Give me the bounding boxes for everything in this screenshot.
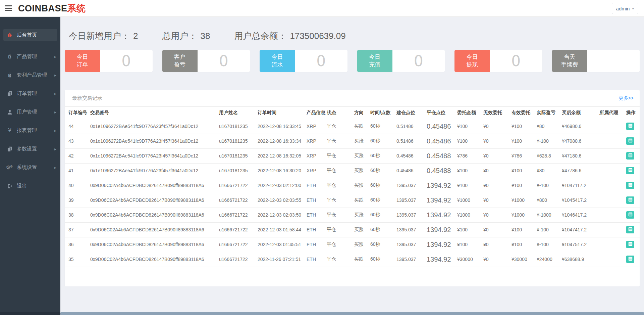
svg-text:B: B [8,73,11,78]
open-price-cell: 0.45486 [396,163,427,178]
column-header: 方向 [354,107,370,119]
more-link[interactable]: 更多>> [619,95,634,101]
sidebar-item-user[interactable]: 用户管理▸ [0,103,60,121]
table-row: 390x9D06C02A4b6ACFDBCD826147B090ff898831… [65,193,640,208]
order-id-cell: 42 [65,148,90,163]
table-row: 360x9D06C02A4b6ACFDBCD826147B090ff898831… [65,237,640,252]
table-icon [628,257,633,262]
period-cell: 60秒 [370,178,396,193]
table-icon [628,138,633,144]
view-order-button[interactable] [626,123,634,130]
operation-cell [626,237,640,252]
table-icon [628,212,633,218]
invalid-amount-cell: ¥0 [483,134,512,148]
balance-cell: ¥1046417.2 [562,208,599,222]
sidebar-item-system[interactable]: ⚙⚙系统设置▸ [0,158,60,177]
open-price-cell: 1395.037 [396,208,427,222]
column-header: 有效委托 [512,107,537,119]
order-time-cell: 2022-12-03 01:58:44 [258,222,307,237]
kpi-card-value: 0 [295,50,347,72]
sidebar-item-label: 参数设置 [17,146,54,152]
sidebar-item-arbitrage[interactable]: B套利产品管理▸ [0,66,60,84]
kpi-card-label: 今日流水 [260,50,295,72]
column-header: 时间/点数 [370,107,396,119]
sidebar-item-home[interactable]: 后台首页 [3,29,57,41]
sidebar-item-order[interactable]: 订单管理▸ [0,84,60,103]
kpi-card-5: 今日提现0 [454,50,542,72]
files-icon [7,91,13,97]
user-menu-dropdown[interactable]: admin ▾ [612,3,638,14]
account-cell: 0x9D06C02A4b6ACFDBCD826147B090ff89883118… [90,252,219,267]
view-order-button[interactable] [626,152,634,160]
product-cell: ETH [307,222,327,237]
view-order-button[interactable] [626,196,634,204]
valid-amount-cell: ¥100 [512,237,537,252]
sidebar-item-product[interactable]: B产品管理▸ [0,47,60,66]
user-menu-label: admin [616,6,630,11]
chevron-right-icon: ▸ [54,147,56,151]
view-order-button[interactable] [626,226,634,233]
close-price-cell: 1394.92 [427,237,457,252]
period-cell: 60秒 [370,252,396,267]
order-id-cell: 36 [65,237,90,252]
invalid-amount-cell: ¥0 [483,208,512,222]
view-order-button[interactable] [626,241,634,248]
direction-cell: 买涨 [354,134,370,148]
period-cell: 60秒 [370,193,396,208]
balance-cell: ¥1047117.2 [562,178,599,193]
period-cell: 60秒 [370,119,396,134]
close-price-cell: 1394.92 [427,222,457,237]
username-cell: u1666721722 [219,222,258,237]
sidebar-item-label: 订单管理 [17,90,54,97]
sidebar-item-report[interactable]: ¥报表管理▸ [0,121,60,140]
view-order-button[interactable] [626,137,634,145]
order-time-cell: 2022-12-08 16:33:45 [258,119,307,134]
sidebar-item-label: 用户管理 [17,109,54,115]
product-cell: ETH [307,178,327,193]
period-cell: 60秒 [370,148,396,163]
column-header: 买后余额 [562,107,599,119]
profit-cell: ¥-100 [537,222,562,237]
chevron-down-icon: ▾ [632,6,634,11]
valid-amount-cell: ¥100 [512,222,537,237]
operation-cell [626,163,640,178]
table-icon [628,124,633,129]
column-header: 用户姓名 [219,107,258,119]
direction-cell: 买涨 [354,237,370,252]
operation-cell [626,148,640,163]
username-cell: u1666721722 [219,178,258,193]
logo-text-accent: 系统 [67,3,86,13]
view-order-button[interactable] [626,182,634,189]
view-order-button[interactable] [626,167,634,174]
sidebar-item-logout[interactable]: 退出 [0,177,60,195]
username-cell: u1666721722 [219,208,258,222]
valid-amount-cell: ¥1000 [512,208,537,222]
order-id-cell: 38 [65,208,90,222]
close-price-cell: 0.45488 [427,148,457,163]
balance-cell: ¥1047517.2 [562,237,599,252]
product-cell: XRP [307,119,327,134]
sidebar-item-params[interactable]: 参数设置▸ [0,140,60,158]
hamburger-menu-icon[interactable] [5,4,13,12]
valid-amount-cell: ¥786 [512,148,537,163]
column-header: 产品信息 [307,107,327,119]
chevron-right-icon: ▸ [54,73,56,78]
order-id-cell: 37 [65,222,90,237]
amount-cell: ¥1000 [457,208,483,222]
sidebar-item-label: 退出 [17,183,56,189]
scrollbar-thumb[interactable] [60,312,644,315]
valid-amount-cell: ¥30000 [512,252,537,267]
order-time-cell: 2022-11-26 07:21:51 [258,252,307,267]
column-header: 操作 [626,107,640,119]
status-cell: 平仓 [327,178,354,193]
view-order-button[interactable] [626,211,634,219]
scrollbar-track [0,312,60,315]
latest-trades-panel: 最新交易记录 更多>> 订单编号交易账号用户姓名订单时间产品信息状态方向时间/点… [65,90,640,286]
direction-cell: 买涨 [354,222,370,237]
amount-cell: ¥100 [457,178,483,193]
status-cell: 平仓 [327,193,354,208]
kpi-card-value: 0 [392,50,445,72]
view-order-button[interactable] [626,256,634,263]
open-price-cell: 1395.037 [396,252,427,267]
table-icon [628,197,633,203]
